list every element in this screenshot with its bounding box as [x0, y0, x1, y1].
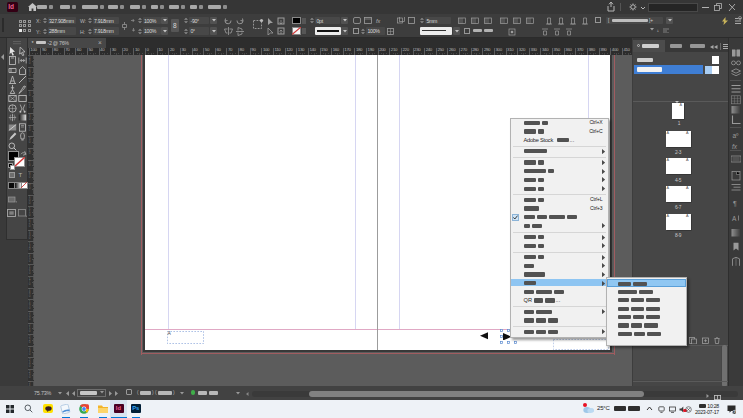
svg-text:aº: aº [732, 131, 739, 138]
svg-text:fx: fx [732, 142, 738, 149]
svg-text:A: A [732, 214, 737, 221]
svg-text:4: 4 [733, 410, 735, 414]
svg-text:¶: ¶ [733, 200, 737, 207]
